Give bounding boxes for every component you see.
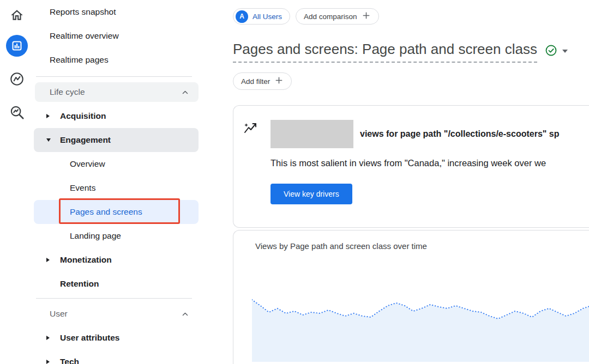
chart-area (252, 300, 589, 362)
redacted-value-block (271, 120, 353, 148)
sidebar-item-label: Landing page (70, 231, 121, 241)
sidebar-item-label: Realtime pages (50, 55, 109, 65)
plus-icon (274, 76, 284, 87)
sidebar-item-events[interactable]: Events (34, 176, 200, 200)
page-title: Pages and screens: Page path and screen … (233, 41, 537, 63)
advertising-icon (9, 104, 25, 123)
sidebar-item-label: Reports snapshot (50, 7, 116, 17)
chevron-up-icon[interactable] (182, 89, 189, 95)
add-filter-label: Add filter (241, 77, 270, 86)
sidebar-item-engagement[interactable]: Engagement (34, 128, 199, 152)
explore-nav-button[interactable] (0, 64, 34, 96)
insight-headline: views for page path "/collections/e-scoo… (360, 129, 560, 139)
page-title-text: Pages and screens: Page path and screen … (233, 41, 537, 63)
sidebar-item-label: Pages and screens (70, 207, 142, 217)
sidebar-item-pages-and-screens[interactable]: Pages and screens (34, 200, 199, 224)
views-line-chart (252, 291, 589, 362)
check-circle-icon (545, 44, 557, 58)
add-comparison-label: Add comparison (304, 13, 357, 21)
report-content: A All Users Add comparison Pages and scr… (200, 0, 589, 364)
expand-right-arrow-icon[interactable] (46, 360, 54, 364)
sidebar-item-label: Monetization (60, 255, 112, 265)
insight-card: views for page path "/collections/e-scoo… (233, 105, 589, 228)
ga4-screen: Reports snapshot Realtime overview Realt… (0, 0, 589, 364)
segment-chips-row: A All Users Add comparison (233, 8, 589, 25)
sidebar-item-monetization[interactable]: Monetization (34, 248, 200, 272)
section-header-label: Life cycle (50, 87, 85, 97)
all-users-segment-chip[interactable]: A All Users (233, 8, 290, 25)
reports-sidebar: Reports snapshot Realtime overview Realt… (34, 0, 200, 364)
sidebar-item-label: Realtime overview (50, 31, 119, 41)
reports-icon (6, 35, 28, 59)
sidebar-item-acquisition[interactable]: Acquisition (34, 104, 200, 128)
expand-right-arrow-icon[interactable] (46, 114, 54, 118)
plus-icon (362, 11, 371, 22)
segment-label: All Users (253, 13, 282, 21)
sidebar-item-label: Engagement (60, 135, 111, 145)
insight-headline-row: views for page path "/collections/e-scoo… (271, 120, 589, 148)
home-nav-button[interactable] (0, 3, 34, 29)
expand-right-arrow-icon[interactable] (46, 336, 54, 340)
advertising-nav-button[interactable] (0, 98, 34, 129)
sidebar-item-retention[interactable]: Retention (34, 272, 200, 296)
section-header-label: User (50, 309, 68, 319)
sidebar-item-tech[interactable]: Tech (34, 350, 200, 364)
insight-detail-text: This is most salient in views from "Cana… (271, 158, 589, 168)
sidebar-item-reports-snapshot[interactable]: Reports snapshot (34, 0, 200, 24)
chevron-up-icon[interactable] (182, 311, 189, 317)
insights-icon (243, 121, 259, 204)
sidebar-item-realtime-overview[interactable]: Realtime overview (34, 24, 200, 48)
home-icon (10, 8, 24, 25)
add-filter-button[interactable]: Add filter (233, 72, 292, 90)
sidebar-section-life-cycle[interactable]: Life cycle (35, 82, 199, 102)
sidebar-item-overview[interactable]: Overview (34, 152, 200, 176)
sidebar-item-user-attributes[interactable]: User attributes (34, 326, 200, 350)
sidebar-section-user[interactable]: User (35, 304, 199, 324)
expand-right-arrow-icon[interactable] (46, 258, 54, 262)
caret-down-icon (562, 50, 568, 53)
sidebar-divider (36, 298, 192, 299)
reports-nav-button[interactable] (0, 31, 34, 63)
sidebar-item-landing-page[interactable]: Landing page (34, 224, 200, 248)
expand-down-arrow-icon[interactable] (46, 138, 54, 142)
view-key-drivers-button[interactable]: View key drivers (271, 184, 352, 204)
sidebar-item-label: User attributes (60, 333, 119, 343)
sidebar-item-label: Overview (70, 159, 105, 169)
segment-avatar: A (236, 10, 248, 23)
explore-icon (9, 71, 25, 89)
report-status-dropdown[interactable] (545, 41, 568, 58)
app-nav-rail (0, 0, 34, 364)
sidebar-item-realtime-pages[interactable]: Realtime pages (34, 48, 200, 72)
sidebar-item-label: Tech (60, 357, 79, 364)
sidebar-item-label: Events (70, 183, 95, 193)
views-over-time-card: Views by Page path and screen class over… (233, 230, 589, 364)
title-row: Pages and screens: Page path and screen … (233, 41, 589, 63)
sidebar-item-label: Retention (60, 279, 99, 289)
chart-title: Views by Page path and screen class over… (255, 241, 589, 251)
add-comparison-button[interactable]: Add comparison (296, 8, 379, 25)
sidebar-divider (36, 76, 192, 77)
chart-canvas (252, 291, 589, 362)
sidebar-item-label: Acquisition (60, 111, 106, 121)
